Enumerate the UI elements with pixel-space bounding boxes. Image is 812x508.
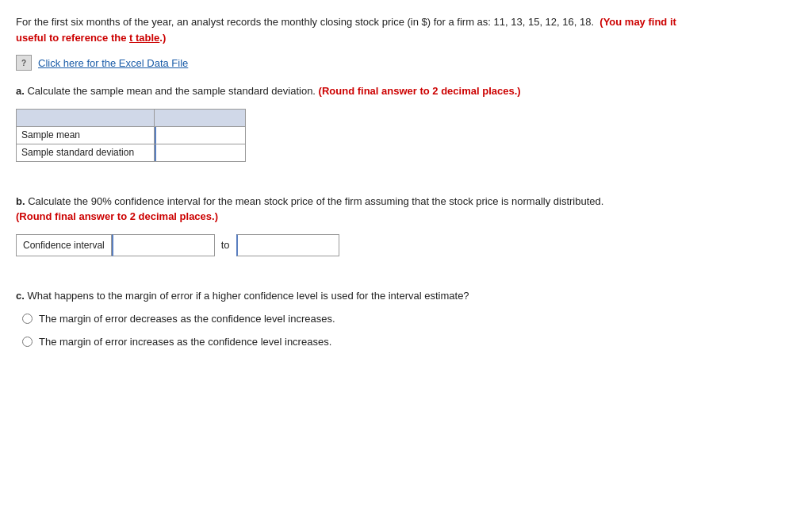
section-b: b. Calculate the 90% confidence interval… [16,194,796,256]
ci-input-upper[interactable] [236,234,339,256]
radio-increase-label[interactable]: The margin of error increases as the con… [39,336,331,348]
table-header-empty-1 [17,109,155,126]
sample-std-input-cell [155,144,246,161]
intro-paragraph: For the first six months of the year, an… [16,14,698,45]
confidence-interval-row: Confidence interval to [16,234,796,256]
section-c-label: c. What happens to the margin of error i… [16,288,698,304]
excel-icon: ? [16,55,32,71]
section-c-text: What happens to the margin of error if a… [27,290,469,302]
section-b-letter: b. [16,195,25,207]
ci-input-lower[interactable] [112,234,215,256]
ci-label: Confidence interval [16,234,112,256]
radio-increase[interactable] [22,337,33,347]
section-a-table-container: Sample mean Sample standard deviation [16,109,796,162]
sample-stats-table: Sample mean Sample standard deviation [16,109,246,162]
section-b-text: Calculate the 90% confidence interval fo… [28,195,603,207]
section-a-text: Calculate the sample mean and the sample… [27,85,318,97]
section-b-round: (Round final answer to 2 decimal places.… [16,210,218,222]
radio-option-decrease: The margin of error decreases as the con… [22,313,796,325]
radio-decrease[interactable] [22,314,33,324]
table-header-empty-2 [155,109,246,126]
sample-std-label: Sample standard deviation [17,144,155,161]
section-a-letter: a. [16,85,25,97]
section-c-letter: c. [16,290,25,302]
intro-text-main: For the first six months of the year, an… [16,16,594,28]
section-b-label: b. Calculate the 90% confidence interval… [16,194,698,225]
sample-mean-input[interactable] [155,127,245,144]
sample-mean-label: Sample mean [17,126,155,144]
t-table-link[interactable]: t table [129,32,159,44]
radio-option-increase: The margin of error increases as the con… [22,336,796,348]
excel-data-link[interactable]: Click here for the Excel Data File [38,57,188,69]
excel-link-row: ? Click here for the Excel Data File [16,55,796,71]
table-row: Sample mean [17,126,246,144]
section-a-label: a. Calculate the sample mean and the sam… [16,83,698,99]
sample-mean-input-cell [155,126,246,144]
section-a-round: (Round final answer to 2 decimal places.… [319,85,521,97]
table-row: Sample standard deviation [17,144,246,161]
radio-decrease-label[interactable]: The margin of error decreases as the con… [39,313,335,325]
sample-std-input[interactable] [155,144,245,161]
section-c: c. What happens to the margin of error i… [16,288,796,348]
ci-to-label: to [215,234,236,256]
intro-bold-end: .) [159,32,166,44]
